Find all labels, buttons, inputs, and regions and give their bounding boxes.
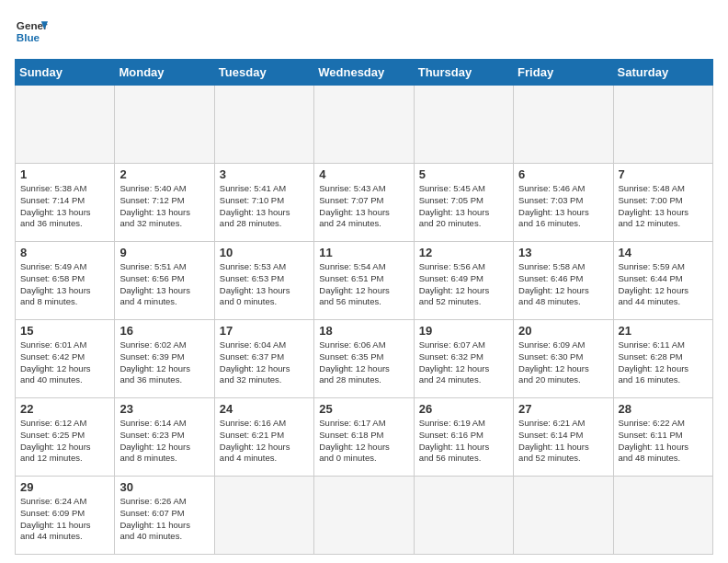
dow-header-thursday: Thursday [414,60,513,86]
dow-header-saturday: Saturday [613,60,712,86]
day-number: 6 [518,167,608,181]
day-info: Sunrise: 6:16 AM Sunset: 6:21 PM Dayligh… [220,418,309,465]
day-number: 7 [619,167,708,181]
day-number: 26 [419,402,508,416]
day-number: 21 [619,324,708,338]
logo: General Blue [15,15,48,48]
day-number: 5 [419,167,508,181]
day-number: 19 [419,324,508,338]
week-row-3: 15Sunrise: 6:01 AM Sunset: 6:42 PM Dayli… [16,320,713,398]
calendar-cell: 18Sunrise: 6:06 AM Sunset: 6:35 PM Dayli… [314,320,414,398]
day-number: 24 [220,402,309,416]
day-info: Sunrise: 6:02 AM Sunset: 6:39 PM Dayligh… [119,339,209,386]
calendar-cell: 12Sunrise: 5:56 AM Sunset: 6:49 PM Dayli… [414,242,513,320]
week-row-1: 1Sunrise: 5:38 AM Sunset: 7:14 PM Daylig… [16,164,713,242]
calendar-cell [214,477,313,555]
day-info: Sunrise: 5:38 AM Sunset: 7:14 PM Dayligh… [20,183,109,230]
day-info: Sunrise: 5:46 AM Sunset: 7:03 PM Dayligh… [518,183,608,230]
day-info: Sunrise: 5:58 AM Sunset: 6:46 PM Dayligh… [518,261,608,308]
day-info: Sunrise: 5:59 AM Sunset: 6:44 PM Dayligh… [619,261,708,308]
day-number: 2 [119,167,209,181]
calendar-cell [613,477,712,555]
calendar-cell: 19Sunrise: 6:07 AM Sunset: 6:32 PM Dayli… [414,320,513,398]
day-info: Sunrise: 5:43 AM Sunset: 7:07 PM Dayligh… [319,183,408,230]
day-number: 12 [419,246,508,259]
day-info: Sunrise: 6:19 AM Sunset: 6:16 PM Dayligh… [419,418,508,465]
day-info: Sunrise: 6:11 AM Sunset: 6:28 PM Dayligh… [619,339,708,386]
day-info: Sunrise: 6:14 AM Sunset: 6:23 PM Dayligh… [119,418,209,465]
day-number: 20 [518,324,608,338]
day-info: Sunrise: 5:41 AM Sunset: 7:10 PM Dayligh… [220,183,309,230]
day-info: Sunrise: 6:12 AM Sunset: 6:25 PM Dayligh… [20,418,109,465]
calendar-cell [314,477,414,555]
calendar-cell [514,477,613,555]
calendar-cell: 21Sunrise: 6:11 AM Sunset: 6:28 PM Dayli… [613,320,712,398]
calendar-cell: 22Sunrise: 6:12 AM Sunset: 6:25 PM Dayli… [16,398,115,477]
calendar-table: SundayMondayTuesdayWednesdayThursdayFrid… [15,59,713,555]
day-info: Sunrise: 5:49 AM Sunset: 6:58 PM Dayligh… [20,261,109,308]
calendar-cell: 23Sunrise: 6:14 AM Sunset: 6:23 PM Dayli… [115,398,214,477]
calendar-cell: 30Sunrise: 6:26 AM Sunset: 6:07 PM Dayli… [115,477,214,555]
day-info: Sunrise: 6:01 AM Sunset: 6:42 PM Dayligh… [20,339,109,386]
calendar-cell [613,86,712,164]
calendar-cell: 8Sunrise: 5:49 AM Sunset: 6:58 PM Daylig… [16,242,115,320]
calendar-cell: 2Sunrise: 5:40 AM Sunset: 7:12 PM Daylig… [115,164,214,242]
day-number: 14 [619,246,708,259]
calendar-cell: 20Sunrise: 6:09 AM Sunset: 6:30 PM Dayli… [514,320,613,398]
day-number: 22 [20,402,109,416]
day-info: Sunrise: 6:21 AM Sunset: 6:14 PM Dayligh… [518,418,608,465]
calendar-cell: 29Sunrise: 6:24 AM Sunset: 6:09 PM Dayli… [16,477,115,555]
day-info: Sunrise: 5:54 AM Sunset: 6:51 PM Dayligh… [319,261,408,308]
calendar-cell [414,86,513,164]
day-number: 16 [119,324,209,338]
calendar-cell: 14Sunrise: 5:59 AM Sunset: 6:44 PM Dayli… [613,242,712,320]
calendar-cell: 7Sunrise: 5:48 AM Sunset: 7:00 PM Daylig… [613,164,712,242]
day-info: Sunrise: 6:09 AM Sunset: 6:30 PM Dayligh… [518,339,608,386]
day-info: Sunrise: 6:24 AM Sunset: 6:09 PM Dayligh… [20,496,109,543]
calendar-cell: 3Sunrise: 5:41 AM Sunset: 7:10 PM Daylig… [214,164,313,242]
day-info: Sunrise: 6:22 AM Sunset: 6:11 PM Dayligh… [619,418,708,465]
calendar-cell: 25Sunrise: 6:17 AM Sunset: 6:18 PM Dayli… [314,398,414,477]
day-number: 11 [319,246,408,259]
day-info: Sunrise: 6:07 AM Sunset: 6:32 PM Dayligh… [419,339,508,386]
logo-icon: General Blue [15,15,48,48]
day-info: Sunrise: 6:04 AM Sunset: 6:37 PM Dayligh… [220,339,309,386]
dow-header-sunday: Sunday [16,60,115,86]
day-number: 15 [20,324,109,338]
dow-header-monday: Monday [115,60,214,86]
day-number: 3 [220,167,309,181]
calendar-cell: 16Sunrise: 6:02 AM Sunset: 6:39 PM Dayli… [115,320,214,398]
calendar-cell [115,86,214,164]
calendar-cell: 15Sunrise: 6:01 AM Sunset: 6:42 PM Dayli… [16,320,115,398]
calendar-cell: 5Sunrise: 5:45 AM Sunset: 7:05 PM Daylig… [414,164,513,242]
page-header: General Blue [15,15,713,48]
calendar-cell: 24Sunrise: 6:16 AM Sunset: 6:21 PM Dayli… [214,398,313,477]
week-row-2: 8Sunrise: 5:49 AM Sunset: 6:58 PM Daylig… [16,242,713,320]
calendar-cell [16,86,115,164]
day-number: 28 [619,402,708,416]
day-info: Sunrise: 6:26 AM Sunset: 6:07 PM Dayligh… [119,496,209,543]
day-info: Sunrise: 5:56 AM Sunset: 6:49 PM Dayligh… [419,261,508,308]
day-number: 27 [518,402,608,416]
calendar-cell: 28Sunrise: 6:22 AM Sunset: 6:11 PM Dayli… [613,398,712,477]
calendar-cell: 10Sunrise: 5:53 AM Sunset: 6:53 PM Dayli… [214,242,313,320]
calendar-cell: 13Sunrise: 5:58 AM Sunset: 6:46 PM Dayli… [514,242,613,320]
calendar-cell [514,86,613,164]
calendar-cell [214,86,313,164]
calendar-cell: 4Sunrise: 5:43 AM Sunset: 7:07 PM Daylig… [314,164,414,242]
dow-header-friday: Friday [514,60,613,86]
day-number: 4 [319,167,408,181]
calendar-cell: 11Sunrise: 5:54 AM Sunset: 6:51 PM Dayli… [314,242,414,320]
day-info: Sunrise: 6:17 AM Sunset: 6:18 PM Dayligh… [319,418,408,465]
day-number: 23 [119,402,209,416]
dow-header-wednesday: Wednesday [314,60,414,86]
calendar-cell: 17Sunrise: 6:04 AM Sunset: 6:37 PM Dayli… [214,320,313,398]
day-number: 13 [518,246,608,259]
day-info: Sunrise: 5:40 AM Sunset: 7:12 PM Dayligh… [119,183,209,230]
week-row-5: 29Sunrise: 6:24 AM Sunset: 6:09 PM Dayli… [16,477,713,555]
day-number: 17 [220,324,309,338]
calendar-cell [314,86,414,164]
week-row-4: 22Sunrise: 6:12 AM Sunset: 6:25 PM Dayli… [16,398,713,477]
day-info: Sunrise: 5:45 AM Sunset: 7:05 PM Dayligh… [419,183,508,230]
day-number: 1 [20,167,109,181]
